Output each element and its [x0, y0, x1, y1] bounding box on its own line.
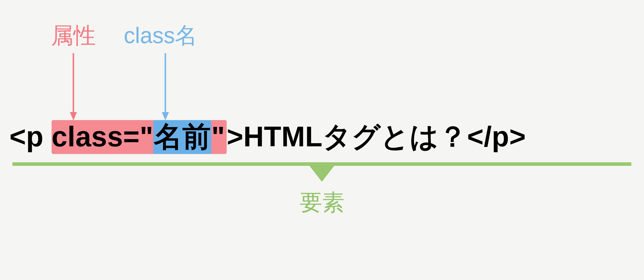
element-bracket [12, 162, 631, 166]
code-example: <p class="名前">HTMLタグとは？</p> [9, 118, 526, 156]
code-content: HTMLタグとは？ [243, 121, 467, 152]
arrow-class-name [161, 53, 170, 121]
code-open-start: <p [9, 121, 52, 152]
code-class-value-highlight: 名前 [153, 120, 211, 154]
label-attribute: 属性 [51, 21, 96, 51]
code-attribute-highlight: class="名前" [52, 120, 227, 154]
label-element: 要素 [300, 188, 345, 218]
code-value-close-quote: " [211, 121, 225, 152]
code-open-end: > [227, 121, 243, 152]
element-underline [12, 162, 631, 166]
code-value-open-quote: " [140, 121, 153, 152]
code-close-tag: </p> [467, 121, 526, 152]
label-class-name: class名 [124, 21, 197, 51]
diagram-canvas: 属性 class名 <p class="名前">HTMLタグとは？</p> 要素 [0, 0, 644, 280]
arrow-attribute [69, 53, 78, 121]
code-attr-name: class= [52, 121, 140, 152]
element-triangle-icon [309, 166, 334, 182]
